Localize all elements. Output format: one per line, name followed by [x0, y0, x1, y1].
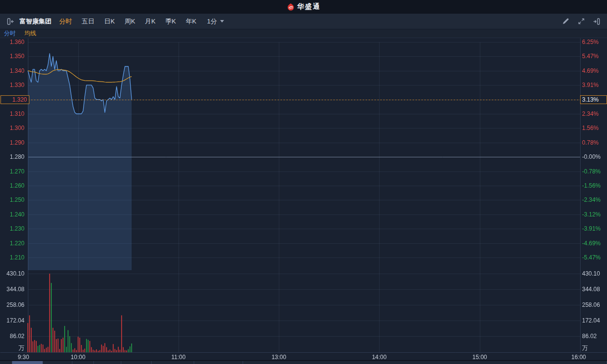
legend-item-分时[interactable]: 分时 — [4, 29, 16, 38]
chart-toolbar: 富智康集团 分时五日日K周K月K季K年K 1分 — [0, 14, 607, 29]
pct-tick-label: 4.69% — [582, 67, 599, 74]
volume-unit-label-left: 万 — [0, 344, 24, 351]
tab-年K[interactable]: 年K — [186, 17, 197, 26]
pct-tick-label: -4.69% — [582, 240, 601, 247]
page-strip-segment[interactable] — [0, 361, 12, 364]
time-tick-label: 10:00 — [67, 354, 89, 361]
price-tick-label: 1.240 — [0, 211, 24, 218]
huasheng-terminal-window: 华盛通 富智康集团 分时五日日K周K月K季K年K 1分 — [0, 0, 607, 364]
pct-tick-label: 2.34% — [582, 110, 599, 117]
tab-分时[interactable]: 分时 — [59, 17, 72, 26]
tab-月K[interactable]: 月K — [145, 17, 156, 26]
page-strip-segment[interactable] — [243, 361, 607, 364]
page-strip-segment[interactable] — [121, 361, 152, 364]
stock-name: 富智康集团 — [20, 17, 51, 26]
current-price-label: 1.320 — [0, 95, 29, 104]
volume-tick-label: 258.06 — [582, 301, 600, 308]
tab-周K[interactable]: 周K — [125, 17, 135, 26]
price-tick-label: 1.310 — [0, 110, 24, 117]
toolbar-right-icons — [560, 16, 602, 27]
time-tick-label: 11:00 — [168, 354, 189, 361]
pct-tick-label: -0.78% — [582, 168, 601, 175]
pct-tick-label: 0.78% — [582, 139, 599, 146]
price-tick-label: 1.220 — [0, 240, 24, 247]
volume-tick-label: 430.10 — [0, 270, 24, 277]
volume-tick-label: 86.02 — [582, 333, 597, 340]
page-strip-segment[interactable] — [152, 361, 194, 364]
price-tick-label: 1.350 — [0, 53, 24, 60]
pct-tick-label: -3.12% — [582, 211, 601, 218]
collapse-panel-left-icon[interactable] — [5, 16, 16, 27]
page-strip-segment[interactable] — [72, 361, 94, 364]
pct-tick-label: -1.56% — [582, 182, 601, 189]
chevron-down-icon — [220, 20, 224, 22]
time-tick-label: 13:00 — [268, 354, 290, 361]
price-tick-label: 1.360 — [0, 39, 24, 45]
pct-tick-label: -3.91% — [582, 225, 601, 232]
pct-tick-label: 5.47% — [582, 53, 599, 60]
volume-tick-label: 172.04 — [0, 317, 24, 324]
price-tick-label: 1.340 — [0, 67, 24, 74]
price-tick-label: 1.260 — [0, 182, 24, 189]
interval-value: 1分 — [207, 17, 217, 26]
brand-logo-icon — [287, 3, 295, 11]
brand-name: 华盛通 — [297, 2, 321, 11]
fullscreen-icon[interactable] — [576, 16, 586, 27]
volume-tick-label: 172.04 — [582, 317, 600, 324]
volume-unit-label-right: 万 — [582, 344, 588, 351]
volume-tick-label: 430.10 — [582, 270, 600, 277]
chart-page-strip — [0, 360, 607, 364]
time-tick-label: 14:00 — [368, 354, 390, 361]
pct-tick-label: -0.00% — [582, 153, 601, 160]
pct-tick-label: 6.25% — [582, 39, 599, 45]
intraday-chart-canvas[interactable] — [0, 38, 607, 360]
collapse-panel-right-icon[interactable] — [591, 16, 602, 27]
interval-selector[interactable]: 1分 — [207, 17, 224, 26]
volume-tick-label: 344.08 — [0, 286, 24, 293]
price-tick-label: 1.290 — [0, 139, 24, 146]
tab-季K[interactable]: 季K — [165, 17, 176, 26]
price-tick-label: 1.330 — [0, 82, 24, 88]
time-tick-label: 15:00 — [469, 354, 491, 361]
legend-item-均线[interactable]: 均线 — [24, 29, 36, 38]
time-tick-label: 16:00 — [568, 354, 589, 361]
volume-tick-label: 86.02 — [0, 333, 24, 340]
app-header: 华盛通 — [0, 0, 607, 14]
time-tick-label: 9:30 — [13, 354, 34, 361]
current-change-pct-label: 3.13% — [580, 95, 607, 104]
page-strip-segment[interactable] — [94, 361, 121, 364]
price-tick-label: 1.230 — [0, 225, 24, 232]
page-strip-segment[interactable] — [43, 361, 72, 364]
pct-tick-label: -2.34% — [582, 196, 601, 203]
volume-tick-label: 344.08 — [582, 286, 600, 293]
chart-area: 1.320 3.13% 万 万 1.3606.25%1.3505.47%1.34… — [0, 38, 607, 360]
volume-tick-label: 258.06 — [0, 301, 24, 308]
pencil-icon[interactable] — [560, 16, 571, 27]
price-tick-label: 1.210 — [0, 254, 24, 261]
tab-日K[interactable]: 日K — [104, 17, 115, 26]
price-tick-label: 1.250 — [0, 196, 24, 203]
price-tick-label: 1.280 — [0, 153, 24, 160]
tab-五日[interactable]: 五日 — [82, 17, 94, 26]
page-strip-segment[interactable] — [12, 361, 43, 364]
pct-tick-label: 1.56% — [582, 125, 599, 131]
price-tick-label: 1.300 — [0, 125, 24, 131]
page-strip-segment[interactable] — [194, 361, 243, 364]
pct-tick-label: 3.91% — [582, 82, 599, 88]
price-tick-label: 1.270 — [0, 168, 24, 175]
period-tabs: 分时五日日K周K月K季K年K — [59, 17, 196, 26]
chart-legend: 分时均线 — [0, 29, 607, 38]
pct-tick-label: -5.47% — [582, 254, 601, 261]
